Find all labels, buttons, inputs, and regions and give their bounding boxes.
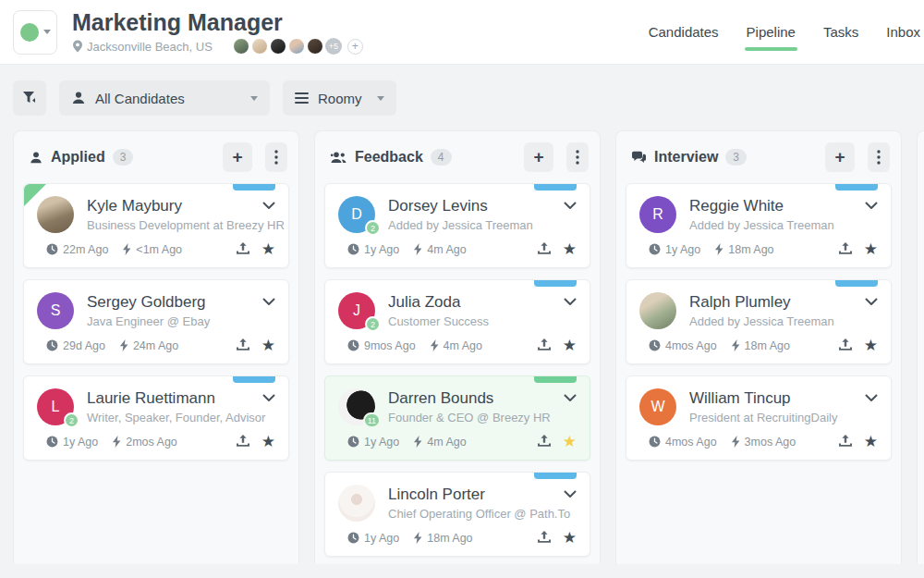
- candidate-name: Kyle Maybury: [87, 196, 257, 215]
- column-menu-button[interactable]: [868, 142, 890, 172]
- star-icon[interactable]: ★: [563, 241, 577, 257]
- card-expand-chevron-icon[interactable]: [865, 202, 878, 210]
- advance-candidate-icon[interactable]: [236, 338, 250, 352]
- candidate-filter-dropdown[interactable]: All Candidates: [59, 80, 270, 116]
- stage-progress-pill: [835, 280, 878, 287]
- time-in-stage: 1y Ago: [364, 436, 399, 449]
- advance-candidate-icon[interactable]: [537, 531, 552, 545]
- candidate-card[interactable]: WWilliam TincupPresident at RecruitingDa…: [626, 375, 892, 461]
- star-icon[interactable]: ★: [864, 241, 878, 257]
- star-icon[interactable]: ★: [563, 530, 577, 546]
- tab-pipeline[interactable]: Pipeline: [745, 15, 797, 49]
- candidate-card[interactable]: Kyle MayburyBusiness Development at Bree…: [23, 183, 289, 268]
- candidate-card[interactable]: J2Julia ZodaCustomer Success9mos Ago4m A…: [324, 279, 590, 364]
- star-icon[interactable]: ★: [261, 434, 275, 449]
- column-count-badge: 3: [725, 149, 747, 166]
- advance-candidate-icon[interactable]: [537, 338, 552, 352]
- add-candidate-button[interactable]: +: [825, 142, 855, 172]
- card-expand-chevron-icon[interactable]: [564, 202, 577, 210]
- position-location: Jacksonville Beach, US: [72, 40, 213, 54]
- star-icon[interactable]: ★: [563, 434, 577, 449]
- team-overflow-badge[interactable]: +5: [325, 38, 342, 55]
- candidate-card[interactable]: 11Darren BoundsFounder & CEO @ Breezy HR…: [324, 375, 590, 461]
- filter-funnel-button[interactable]: [13, 80, 46, 116]
- map-pin-icon: [72, 40, 83, 53]
- location-label: Jacksonville Beach, US: [87, 40, 213, 54]
- column-menu-button[interactable]: [566, 142, 589, 172]
- chevron-down-icon: [250, 96, 258, 101]
- column-header: Interview3+: [616, 131, 901, 183]
- card-expand-chevron-icon[interactable]: [865, 298, 878, 306]
- add-candidate-button[interactable]: +: [524, 142, 553, 172]
- board-view-dropdown[interactable]: Roomy: [283, 80, 396, 116]
- activity-bolt-icon: [715, 243, 723, 255]
- time-in-stage: 1y Ago: [364, 532, 399, 545]
- avatar[interactable]: [233, 38, 249, 55]
- candidate-card[interactable]: SSergey GoldbergJava Engineer @ Ebay29d …: [23, 279, 289, 364]
- stage-progress-pill: [534, 280, 577, 287]
- candidate-name: Julia Zoda: [388, 292, 558, 312]
- candidate-score-badge: 11: [363, 412, 381, 428]
- candidate-name: Reggie White: [689, 196, 859, 215]
- card-expand-chevron-icon[interactable]: [564, 298, 577, 306]
- tab-tasks[interactable]: Tasks: [821, 15, 860, 49]
- last-activity-time: <1m Ago: [136, 243, 182, 256]
- stage-progress-pill: [233, 184, 275, 191]
- advance-candidate-icon[interactable]: [236, 242, 250, 256]
- time-in-stage: 4mos Ago: [665, 339, 717, 352]
- team-avatars: +5+: [233, 38, 363, 55]
- avatar: [338, 485, 375, 522]
- tab-candidates[interactable]: Candidates: [647, 15, 721, 49]
- clock-icon: [46, 243, 58, 255]
- star-icon[interactable]: ★: [864, 338, 878, 353]
- candidate-card[interactable]: RReggie WhiteAdded by Jessica Treeman1y …: [626, 183, 892, 268]
- advance-candidate-icon[interactable]: [838, 338, 853, 352]
- advance-candidate-icon[interactable]: [838, 242, 853, 256]
- clock-icon: [347, 243, 359, 255]
- star-icon[interactable]: ★: [261, 241, 275, 257]
- page-title: Marketing Manager: [72, 9, 363, 36]
- card-expand-chevron-icon[interactable]: [564, 394, 577, 402]
- advance-candidate-icon[interactable]: [838, 435, 853, 449]
- column-header: Applied3+: [14, 131, 298, 183]
- pipeline-column-feedback: Feedback4+D2Dorsey LevinsAdded by Jessic…: [314, 130, 601, 564]
- avatar[interactable]: [270, 38, 286, 55]
- position-status-dropdown[interactable]: [13, 10, 57, 55]
- card-expand-chevron-icon[interactable]: [262, 394, 275, 402]
- pipeline-column-partial: [917, 130, 924, 564]
- candidate-subtitle: Added by Jessica Treeman: [689, 218, 859, 232]
- column-count-badge: 4: [431, 149, 452, 166]
- column-menu-button[interactable]: [265, 142, 287, 172]
- advance-candidate-icon[interactable]: [537, 435, 552, 449]
- candidate-card[interactable]: Lincoln PorterChief Operating Officer @ …: [324, 472, 590, 557]
- avatar[interactable]: [307, 38, 323, 55]
- last-activity-time: 4m Ago: [444, 339, 482, 352]
- star-icon[interactable]: ★: [864, 434, 878, 449]
- rows-density-icon: [295, 92, 309, 104]
- time-in-stage: 1y Ago: [63, 436, 98, 449]
- user-icon: [71, 91, 86, 105]
- star-icon[interactable]: ★: [563, 338, 577, 353]
- avatar: J2: [338, 292, 375, 329]
- pipeline-column-interview: Interview3+RReggie WhiteAdded by Jessica…: [615, 130, 902, 564]
- advance-candidate-icon[interactable]: [537, 242, 552, 256]
- card-expand-chevron-icon[interactable]: [564, 490, 577, 498]
- add-candidate-button[interactable]: +: [223, 142, 252, 172]
- candidate-card[interactable]: D2Dorsey LevinsAdded by Jessica Treeman1…: [324, 183, 590, 268]
- candidate-card[interactable]: Ralph PlumleyAdded by Jessica Treeman4mo…: [626, 279, 892, 364]
- add-team-member-button[interactable]: +: [347, 39, 363, 55]
- avatar: [37, 196, 74, 233]
- tab-inbox[interactable]: Inbox: [884, 15, 922, 49]
- candidate-subtitle: Customer Success: [388, 314, 558, 328]
- pipeline-board: Applied3+Kyle MayburyBusiness Developmen…: [0, 130, 924, 564]
- avatar[interactable]: [288, 38, 305, 55]
- star-icon[interactable]: ★: [261, 338, 275, 353]
- advance-candidate-icon[interactable]: [236, 435, 250, 449]
- card-expand-chevron-icon[interactable]: [262, 298, 275, 306]
- card-expand-chevron-icon[interactable]: [865, 394, 878, 402]
- avatar: L2: [37, 388, 74, 425]
- card-expand-chevron-icon[interactable]: [262, 202, 275, 210]
- candidate-score-badge: 2: [64, 412, 79, 428]
- avatar[interactable]: [251, 38, 268, 55]
- candidate-card[interactable]: L2Laurie RuettimannWriter, Speaker, Foun…: [23, 375, 289, 461]
